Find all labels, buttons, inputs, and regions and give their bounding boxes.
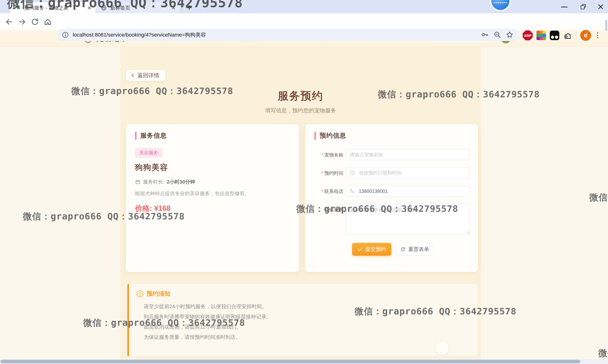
forward-button[interactable]	[17, 17, 27, 27]
calendar-icon	[135, 179, 141, 185]
zoom-out-icon[interactable]	[493, 31, 501, 39]
back-arrow-icon	[5, 18, 13, 26]
service-description: 根据犬种特点提供专业的美容服务，包括造型修剪。	[135, 190, 287, 197]
submit-booking-button[interactable]: 提交预约	[352, 243, 391, 256]
adblock-plus-icon[interactable]: ABP	[523, 30, 533, 40]
window-minimize-button[interactable]	[560, 3, 569, 11]
browser-toolbar: localhost:8081/service/booking/4?service…	[0, 13, 608, 30]
notice-item: 为保证服务质量，请按预约时间准时到店。	[144, 334, 241, 340]
booking-time-input[interactable]	[346, 167, 470, 178]
notice-item: 到店服务时请携带宠物的有效健康证明和疫苗接种记录。	[144, 313, 272, 320]
service-name: 狗狗美容	[135, 162, 168, 173]
watermark: 微信：grapro666 QQ：3642795578	[598, 347, 608, 359]
check-icon	[357, 247, 363, 252]
required-mark: *	[321, 170, 323, 176]
toolbar-divider	[576, 32, 576, 39]
forward-arrow-icon	[18, 18, 26, 26]
tab-divider	[181, 5, 181, 11]
color-grid-extension-icon[interactable]	[537, 31, 546, 40]
tab-booking-service[interactable]: 预约服务 - 宠物之家	[11, 2, 95, 13]
extensions-puzzle-icon[interactable]	[563, 31, 572, 40]
horizontal-scrollbar-thumb[interactable]	[0, 360, 580, 363]
category-badge: 美容服务	[135, 148, 162, 158]
tab-strip: 预约服务 - 宠物之家 新标签页	[0, 0, 608, 13]
password-key-icon[interactable]	[481, 31, 489, 39]
section-accent-bar	[135, 131, 137, 140]
address-bar[interactable]: localhost:8081/service/booking/4?service…	[57, 29, 519, 41]
back-to-detail-button[interactable]: 返回详情	[126, 70, 165, 81]
service-duration: 服务时长: 2小时30分钟	[135, 179, 195, 185]
notice-item: 如需取消或改期，请提前12小时通知我们。	[144, 323, 241, 330]
vue-favicon-icon	[15, 5, 21, 11]
price-value: ¥168	[154, 204, 171, 212]
tab-new-tab[interactable]: 新标签页	[96, 2, 180, 13]
tab-close-icon[interactable]	[86, 4, 93, 11]
pet-name-label: *宠物名称	[307, 152, 343, 158]
warning-icon	[137, 290, 143, 297]
required-mark: *	[321, 152, 323, 157]
service-section-title: 服务信息	[140, 131, 167, 140]
home-button[interactable]	[43, 17, 53, 27]
refresh-icon	[400, 247, 406, 252]
new-tab-button[interactable]	[185, 3, 193, 12]
horizontal-scrollbar[interactable]	[0, 359, 608, 364]
tab-close-icon[interactable]	[170, 4, 177, 11]
page-title: 服务预约	[120, 89, 481, 103]
duration-value: 2小时30分钟	[167, 179, 195, 185]
globe-favicon-icon	[101, 5, 107, 11]
booking-form-card: 预约信息 *宠物名称 *预约时间 *联系电话	[305, 124, 478, 272]
required-mark: *	[321, 189, 323, 194]
browser-window: 预约服务 - 宠物之家 新标签页	[0, 0, 608, 364]
home-icon	[44, 18, 52, 26]
browser-menu-icon[interactable]	[595, 30, 601, 40]
booking-section-title: 预约信息	[319, 131, 346, 140]
reload-icon	[31, 18, 39, 26]
site-info-icon[interactable]	[62, 31, 69, 39]
dark-extension-icon[interactable]	[550, 31, 559, 40]
back-button[interactable]	[4, 17, 14, 27]
chevron-left-icon	[131, 74, 135, 78]
floating-ghost-button[interactable]	[436, 341, 449, 355]
reload-button[interactable]	[30, 17, 40, 27]
booking-time-label: *预约时间	[307, 170, 343, 176]
phone-icon	[349, 188, 355, 194]
section-accent-bar	[314, 131, 316, 140]
service-info-card: 服务信息 美容服务 狗狗美容 服务时长: 2小时30分钟 根据犬种特点提供专业的…	[126, 124, 299, 272]
booking-notice-panel: 预约须知 请至少提前24小时预约服务，以便我们合理安排时间。 到店服务时请携带宠…	[127, 284, 477, 356]
phone-label: *联系电话	[307, 188, 343, 195]
notice-header: 预约须知	[137, 290, 170, 298]
tab-title: 新标签页	[110, 4, 170, 11]
service-price: 价格: ¥168	[135, 204, 171, 213]
profile-avatar[interactable]: d	[580, 30, 591, 41]
pet-name-input[interactable]	[346, 149, 470, 160]
vertical-scrollbar-thumb[interactable]	[605, 20, 607, 31]
reset-form-button[interactable]: 重置表单	[396, 243, 434, 256]
clock-icon	[349, 170, 355, 176]
watermark: 微信：grapro666 QQ：3642795578	[589, 191, 608, 204]
tab-title: 预约服务 - 宠物之家	[24, 4, 86, 11]
remark-label: 特殊要求	[307, 207, 343, 213]
page-subtitle: 填写信息，预约您的宠物服务	[120, 107, 481, 114]
url-text[interactable]: localhost:8081/service/booking/4?service…	[73, 31, 206, 39]
window-close-button[interactable]	[596, 3, 605, 11]
notice-item: 请至少提前24小时预约服务，以便我们合理安排时间。	[144, 303, 267, 310]
window-restore-button[interactable]	[579, 3, 588, 11]
phone-input[interactable]	[346, 186, 470, 197]
bookmark-star-icon[interactable]	[506, 31, 514, 39]
remark-textarea[interactable]	[346, 204, 470, 234]
